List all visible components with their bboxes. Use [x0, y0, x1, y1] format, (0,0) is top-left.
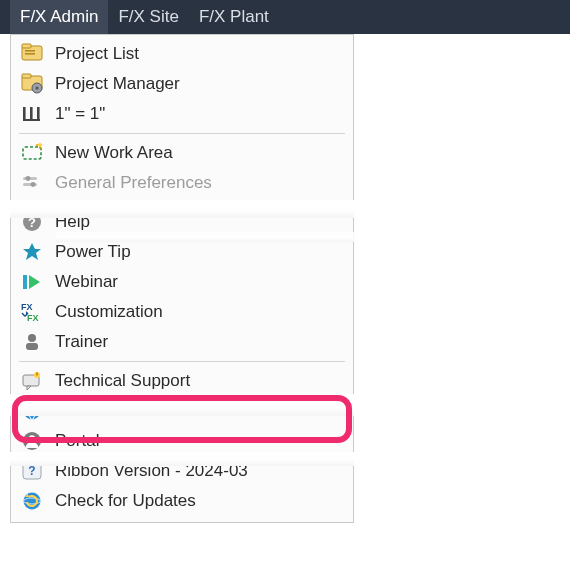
- menu-item-label: Webinar: [55, 272, 118, 292]
- svg-rect-1: [22, 44, 31, 48]
- svg-point-13: [38, 143, 42, 147]
- globe-icon: [19, 398, 45, 424]
- menu-separator: [19, 202, 345, 203]
- menubar: F/X Admin F/X Site F/X Plant: [0, 0, 570, 34]
- svg-point-16: [26, 176, 31, 181]
- svg-text:FX: FX: [27, 313, 39, 323]
- svg-point-32: [24, 403, 41, 420]
- portal-icon: [19, 428, 45, 454]
- menu-item-general-preferences[interactable]: General Preferences: [13, 168, 351, 198]
- menu-item-label: 1" = 1": [55, 104, 105, 124]
- svg-rect-2: [25, 50, 35, 52]
- menu-item-label: Customization: [55, 302, 163, 322]
- menu-item-new-work-area[interactable]: New Work Area: [13, 138, 351, 168]
- menu-item-scale[interactable]: 1" = 1": [13, 99, 351, 129]
- menu-item-label: Portal: [55, 431, 99, 451]
- menu-item-label: Check for Updates: [55, 491, 196, 511]
- menu-item-ribbon-version[interactable]: ? Ribbon Version - 2024-03: [13, 456, 351, 486]
- menu-item-remote-assistance[interactable]: Remote Assistance: [13, 396, 351, 426]
- menu-item-webinar[interactable]: Webinar: [13, 267, 351, 297]
- svg-point-17: [31, 182, 36, 187]
- svg-text:FX: FX: [21, 302, 33, 312]
- menu-item-project-manager[interactable]: Project Manager: [13, 69, 351, 99]
- help-icon: ?: [19, 209, 45, 235]
- menu-separator: [19, 133, 345, 134]
- menu-item-check-updates[interactable]: Check for Updates: [13, 486, 351, 516]
- svg-rect-5: [22, 74, 31, 78]
- menu-item-label: Remote Assistance: [55, 401, 201, 421]
- fx-icon: FX FX: [19, 299, 45, 325]
- ribbon-version-icon: ?: [19, 458, 45, 484]
- update-icon: [19, 488, 45, 514]
- svg-rect-9: [30, 107, 33, 121]
- menu-item-label: Help: [55, 212, 90, 232]
- menu-item-portal[interactable]: Portal: [13, 426, 351, 456]
- svg-rect-8: [23, 107, 26, 121]
- svg-text:?: ?: [28, 464, 35, 478]
- svg-marker-29: [27, 386, 31, 390]
- menu-item-customization[interactable]: FX FX Customization: [13, 297, 351, 327]
- menu-item-trainer[interactable]: Trainer: [13, 327, 351, 357]
- menu-separator: [19, 361, 345, 362]
- support-icon: [19, 368, 45, 394]
- svg-point-7: [35, 86, 38, 89]
- play-icon: [19, 269, 45, 295]
- menu-item-technical-support[interactable]: Technical Support: [13, 366, 351, 396]
- svg-marker-20: [23, 243, 41, 260]
- menu-item-project-list[interactable]: Project List: [13, 39, 351, 69]
- menu-item-label: Ribbon Version - 2024-03: [55, 461, 248, 481]
- svg-rect-12: [23, 147, 41, 159]
- menu-item-label: Project Manager: [55, 74, 180, 94]
- menu-item-label: Technical Support: [55, 371, 190, 391]
- menu-item-label: Power Tip: [55, 242, 131, 262]
- svg-rect-31: [36, 373, 38, 376]
- project-manager-icon: [19, 71, 45, 97]
- preferences-icon: [19, 170, 45, 196]
- svg-rect-27: [26, 343, 38, 350]
- power-tip-icon: [19, 239, 45, 265]
- svg-text:?: ?: [28, 215, 36, 230]
- svg-rect-10: [37, 107, 40, 121]
- menu-item-label: New Work Area: [55, 143, 173, 163]
- menubar-item-fx-admin[interactable]: F/X Admin: [10, 0, 108, 34]
- project-list-icon: [19, 41, 45, 67]
- work-area-icon: [19, 140, 45, 166]
- trainer-icon: [19, 329, 45, 355]
- fx-admin-dropdown: Project List Project Manager: [10, 34, 354, 523]
- svg-rect-21: [23, 275, 27, 289]
- menu-item-label: General Preferences: [55, 173, 212, 193]
- menubar-item-fx-site[interactable]: F/X Site: [108, 0, 188, 34]
- menubar-item-fx-plant[interactable]: F/X Plant: [189, 0, 279, 34]
- menu-item-power-tip[interactable]: Power Tip: [13, 237, 351, 267]
- menu-item-help[interactable]: ? Help: [13, 207, 351, 237]
- svg-rect-3: [25, 53, 35, 55]
- svg-marker-22: [29, 275, 40, 289]
- svg-rect-11: [23, 119, 40, 121]
- menu-item-label: Trainer: [55, 332, 108, 352]
- svg-point-26: [28, 334, 36, 342]
- menu-item-label: Project List: [55, 44, 139, 64]
- svg-point-36: [29, 435, 35, 441]
- scale-icon: [19, 101, 45, 127]
